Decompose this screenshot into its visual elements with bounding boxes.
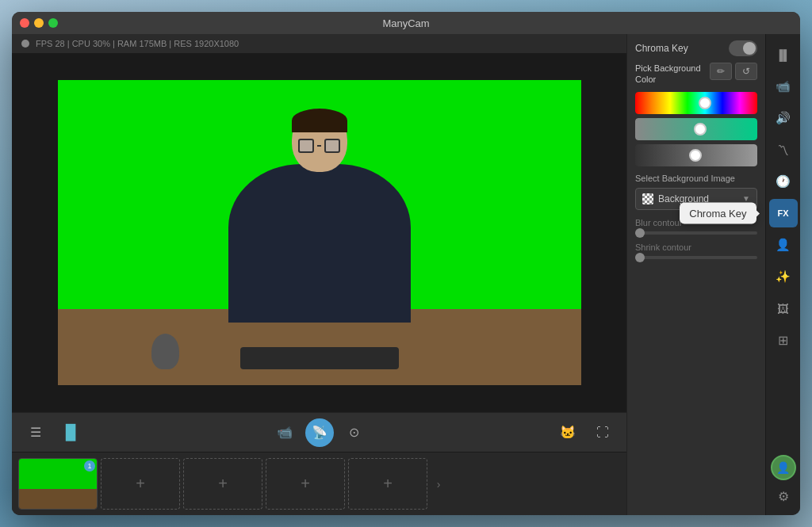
saturation-slider[interactable] — [635, 118, 757, 140]
keyboard — [240, 347, 399, 369]
stats-text: FPS 28 | CPU 30% | RAM 175MB | RES 1920X… — [36, 39, 239, 48]
settings-button[interactable]: ⚙ — [771, 483, 796, 509]
scene-nav-next[interactable]: › — [431, 458, 446, 510]
icon-bar-effects[interactable]: 〽 — [769, 136, 798, 164]
toggle-knob — [743, 42, 756, 55]
icon-bar-grid[interactable]: ⊞ — [769, 326, 798, 354]
chroma-key-toggle[interactable] — [729, 40, 757, 56]
chroma-key-icon-container: FX Chroma Key — [769, 199, 798, 227]
titlebar-buttons — [20, 18, 58, 28]
select-bg-image-label: Select Background Image — [635, 174, 757, 183]
titlebar: ManyCam — [12, 12, 800, 34]
chroma-bar-icon: FX — [777, 208, 788, 218]
video-record-button[interactable]: 📹 — [270, 418, 299, 447]
scene-badge: 1 — [84, 460, 95, 472]
scene-add-2[interactable]: + — [183, 458, 262, 510]
reset-color-button[interactable]: ↺ — [735, 63, 757, 80]
add-icon-2: + — [218, 475, 228, 493]
icon-bar-chroma[interactable]: FX — [769, 199, 798, 227]
pick-bg-color-row: Pick Background Color ✏ ↺ — [635, 63, 757, 86]
blur-contour-handle[interactable] — [635, 228, 645, 238]
mask-button[interactable]: 🐱 — [553, 418, 582, 447]
app-title: ManyCam — [382, 17, 429, 29]
screenshot-button[interactable]: ⊙ — [340, 418, 369, 447]
chroma-key-row: Chroma Key — [635, 40, 757, 56]
icon-bar-layers[interactable]: ▐▌ — [769, 40, 798, 69]
right-panel: Chroma Key Pick Background Color ✏ ↺ — [626, 34, 765, 515]
video-icon: 📹 — [277, 425, 293, 440]
icon-bar-bottom: 👤 ⚙ — [771, 455, 796, 509]
pick-bg-color-label: Pick Background Color — [635, 63, 710, 86]
close-button[interactable] — [20, 18, 29, 28]
glass-lens-right — [324, 139, 340, 153]
content-area: FPS 28 | CPU 30% | RAM 175MB | RES 1920X… — [12, 34, 800, 515]
icon-bar-face[interactable]: 👤 — [769, 231, 798, 259]
icon-bar-audio[interactable]: 🔊 — [769, 104, 798, 132]
hue-slider[interactable] — [635, 92, 757, 114]
reset-icon: ↺ — [742, 66, 750, 77]
layers-icon: ▐▌ — [60, 424, 81, 441]
hue-handle[interactable] — [699, 97, 711, 109]
person-glasses — [298, 139, 341, 153]
video-area — [12, 53, 626, 412]
icon-bar-image[interactable]: 🖼 — [769, 294, 798, 323]
shrink-contour-handle[interactable] — [635, 253, 645, 262]
checkered-preview — [642, 193, 653, 204]
person-silhouette — [209, 109, 431, 330]
chroma-key-label: Chroma Key — [635, 43, 688, 54]
stats-bar: FPS 28 | CPU 30% | RAM 175MB | RES 1920X… — [12, 34, 626, 53]
icon-bar: ▐▌ 📹 🔊 〽 🕐 FX Chroma Key 👤 — [765, 34, 800, 515]
icon-bar-history[interactable]: 🕐 — [769, 167, 798, 196]
list-button[interactable]: ☰ — [21, 418, 50, 447]
chroma-key-tooltip: Chroma Key — [680, 203, 756, 224]
value-track — [635, 144, 757, 166]
layers-button[interactable]: ▐▌ — [56, 418, 85, 447]
person-body — [228, 164, 411, 323]
value-slider[interactable] — [635, 144, 757, 166]
add-icon-1: + — [136, 475, 145, 493]
main-window: ManyCam FPS 28 | CPU 30% | RAM 175MB | R… — [12, 12, 800, 515]
scene-add-1[interactable]: + — [101, 458, 180, 510]
glass-bridge — [317, 145, 321, 147]
blur-contour-track[interactable] — [635, 231, 757, 235]
mask-icon: 🐱 — [560, 425, 576, 440]
chevron-right-icon: › — [437, 478, 441, 491]
mouse — [151, 334, 179, 369]
grid-bar-icon: ⊞ — [778, 333, 788, 348]
saturation-track — [635, 118, 757, 140]
eyedropper-icon: ✏ — [717, 66, 725, 77]
audio-bar-icon: 🔊 — [776, 111, 791, 125]
scene-add-3[interactable]: + — [266, 458, 345, 510]
scene-strip: 1 + + + + › — [12, 452, 626, 515]
list-icon: ☰ — [30, 425, 41, 440]
scene-add-4[interactable]: + — [348, 458, 427, 510]
shrink-contour-section: Shrink contour — [635, 242, 757, 259]
dropdown-chevron-icon: ▼ — [742, 194, 750, 203]
gear-icon: ⚙ — [778, 489, 789, 504]
color-picker-buttons: ✏ ↺ — [710, 63, 757, 80]
minimize-button[interactable] — [34, 18, 44, 28]
broadcast-button[interactable]: 📡 — [305, 418, 334, 447]
eyedropper-button[interactable]: ✏ — [710, 63, 732, 80]
scene-thumb-1[interactable]: 1 — [18, 458, 98, 510]
icon-bar-camera[interactable]: 📹 — [769, 72, 798, 101]
avatar-button[interactable]: 👤 — [771, 455, 796, 480]
image-bar-icon: 🖼 — [777, 302, 789, 315]
magic-bar-icon: ✨ — [776, 269, 791, 284]
video-frame — [58, 80, 581, 385]
effects-bar-icon: 〽 — [777, 143, 789, 157]
broadcast-icon: 📡 — [312, 425, 327, 440]
value-handle[interactable] — [689, 149, 702, 162]
layers-bar-icon: ▐▌ — [776, 49, 790, 61]
glass-lens-left — [298, 139, 314, 153]
shrink-contour-track[interactable] — [635, 256, 757, 259]
camera-bar-icon: 📹 — [776, 79, 791, 94]
person-hair — [292, 109, 347, 132]
face-bar-icon: 👤 — [776, 238, 791, 252]
saturation-handle[interactable] — [694, 123, 707, 136]
main-panel: FPS 28 | CPU 30% | RAM 175MB | RES 1920X… — [12, 34, 626, 515]
expand-button[interactable]: ⛶ — [588, 418, 617, 447]
icon-bar-magic[interactable]: ✨ — [769, 262, 798, 291]
maximize-button[interactable] — [48, 18, 58, 28]
bottom-toolbar: ☰ ▐▌ 📹 📡 ⊙ 🐱 — [12, 412, 626, 452]
